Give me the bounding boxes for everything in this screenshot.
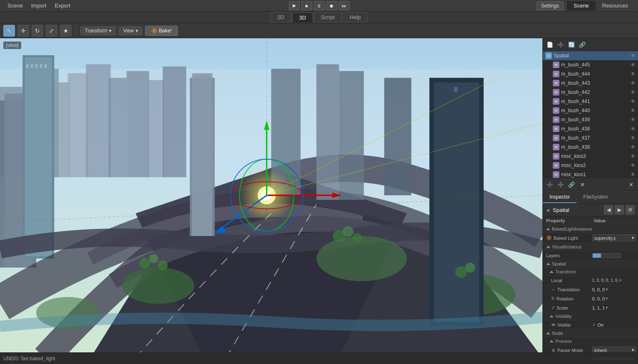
add-node-button[interactable]: ➕ [556,40,565,49]
tree-item-misc_kios1[interactable]: M misc_kios1 👁 [543,170,638,178]
section-visual-instance[interactable]: VisualInstance [543,243,638,251]
settings-button[interactable]: Settings [537,1,564,10]
tree-item-spatial[interactable]: S Spatial 👁 [543,51,638,60]
link-button[interactable]: 🔗 [578,40,587,49]
tab-filesystem[interactable]: FileSystem [576,192,614,203]
pause-button[interactable]: ⏸ [314,1,325,10]
visibility-toggle-10[interactable]: 👁 [631,144,636,150]
section-baked-light-instance[interactable]: BakedLightInstance [543,225,638,233]
menu-export[interactable]: Export [51,1,75,10]
visibility-toggle-5[interactable]: 👁 [631,98,636,104]
m_bush_441-label: m_bush_441 [561,98,629,104]
visibility-toggle-4[interactable]: 👁 [631,89,636,95]
mesh-node-icon-12: M [553,162,559,169]
tab-script[interactable]: Script [314,12,342,22]
tab-resources[interactable]: Resources [596,1,635,10]
prop-value-pause-mode[interactable]: Inherit ▾ [591,345,638,352]
prop-name-scale: ⤢ Scale [543,304,591,312]
tree-item-m_bush_441[interactable]: M m_bush_441 👁 [543,97,638,106]
tab-inspector[interactable]: Inspector [543,192,576,203]
translation-icon: ↔ [551,287,556,292]
view-dropdown[interactable]: View ▾ [118,26,143,35]
refresh-button[interactable]: 🔄 [567,40,576,49]
tree-item-m_bush_436[interactable]: M m_bush_436 👁 [543,143,638,152]
inspector-forward-button[interactable]: ▶ [615,205,624,214]
section-spatial[interactable]: Spatial [543,260,638,268]
delete-button[interactable]: ✕ [578,180,587,189]
instance-button[interactable]: 🔗 [567,180,576,189]
tree-item-misc_kios2[interactable]: M misc_kios2 👁 [543,161,638,170]
tool-rotate[interactable]: ↻ [32,25,43,37]
inspector-back-button[interactable]: ◀ [604,205,613,214]
mesh-node-icon-8: M [553,125,559,132]
tree-item-m_bush_442[interactable]: M m_bush_442 👁 [543,88,638,97]
menu-scene[interactable]: Scene [3,1,27,10]
mesh-node-icon-5: M [553,98,559,105]
svg-rect-15 [25,57,52,256]
prop-value-visible[interactable]: ✓ On [591,321,638,329]
tool-scale[interactable]: ⤢ [46,25,57,37]
svg-rect-34 [466,87,469,92]
tab-scene[interactable]: Scene [567,1,596,10]
new-scene-button[interactable]: 📄 [545,40,554,49]
visibility-toggle-7[interactable]: 👁 [631,117,636,123]
prop-label-translation: Translation [557,287,580,292]
record-button[interactable]: ⏺ [326,1,337,10]
bottom-panel-header: ➕ ➕ 🔗 ✕ ✕ [543,178,638,191]
visibility-toggle-spatial[interactable]: 👁 [631,53,636,59]
visibility-toggle-11[interactable]: 👁 [631,153,636,159]
section-node[interactable]: Node [543,330,638,337]
pause-mode-dropdown[interactable]: Inherit ▾ [592,347,637,352]
section-process[interactable]: Process [543,337,638,345]
visibility-toggle-13[interactable]: 👁 [631,172,636,177]
inspector-settings-button[interactable]: ⚙ [626,205,635,214]
visibility-toggle-12[interactable]: 👁 [631,162,636,168]
skip-button[interactable]: ⏭ [339,1,350,10]
visibility-toggle-8[interactable]: 👁 [631,126,636,132]
tool-select[interactable]: ↖ [3,25,15,37]
section-triangle-baked [546,228,550,230]
section-triangle-process [549,340,554,342]
prop-value-local[interactable]: 1, 0, 0, 0, 1, 0, ▾ [591,276,638,284]
prop-value-scale[interactable]: 1, 1, 1 ▾ [591,304,638,312]
bake-button[interactable]: 🔆 Bake! [145,26,178,36]
tab-2d[interactable]: 2D [270,12,291,22]
section-transform[interactable]: Transform [543,268,638,276]
section-visibility[interactable]: Visibility [543,312,638,320]
play-button[interactable]: ▶ [289,1,300,10]
tab-3d[interactable]: 3D [292,12,313,22]
visibility-toggle-2[interactable]: 👁 [631,71,636,77]
tab-help[interactable]: Help [342,12,368,22]
tree-item-m_bush_438[interactable]: M m_bush_438 👁 [543,124,638,133]
visibility-toggle-6[interactable]: 👁 [631,108,636,113]
stop-button[interactable]: ■ [301,1,312,10]
tree-item-m_bush_440[interactable]: M m_bush_440 👁 [543,106,638,115]
visibility-toggle-1[interactable]: 👁 [631,62,636,68]
menu-import[interactable]: Import [27,1,51,10]
tree-item-m_bush_444[interactable]: M m_bush_444 👁 [543,69,638,79]
baked-light-dropdown[interactable]: supercity.s ▾ [592,234,637,241]
visibility-toggle-3[interactable]: 👁 [631,80,636,86]
prop-value-rotation[interactable]: 0, 0, 0 ▾ [591,295,638,303]
tool-custom[interactable]: ★ [60,25,71,37]
prop-translation: ↔ Translation 0, 0, 0 ▾ [543,285,638,294]
visibility-toggle-9[interactable]: 👁 [631,135,636,141]
prop-name-pause-mode: ⏸ Pause Mode [543,347,591,353]
viewport[interactable]: [view] [0,38,542,352]
add-child-button[interactable]: ➕ [556,180,565,189]
tree-item-misc_kios3[interactable]: M misc_kios3 👁 [543,152,638,161]
top-menu-bar: Scene Import Export ▶ ■ ⏸ ⏺ ⏭ Settings S… [0,0,638,12]
layers-bar[interactable] [592,253,621,258]
prop-value-translation[interactable]: 0, 0, 0 ▾ [591,285,638,293]
transform-dropdown[interactable]: Transform ▾ [80,26,116,35]
add-filter-button[interactable]: ➕ [545,180,554,189]
tool-move[interactable]: ✛ [17,25,29,37]
tree-item-m_bush_443[interactable]: M m_bush_443 👁 [543,79,638,88]
tree-item-m_bush_439[interactable]: M m_bush_439 👁 [543,115,638,124]
prop-value-baked-light[interactable]: supercity.s ▾ [591,233,638,243]
prop-value-layers[interactable] [591,252,638,259]
svg-rect-17 [31,64,33,68]
tree-item-m_bush_437[interactable]: M m_bush_437 👁 [543,133,638,143]
tree-item-m_bush_445[interactable]: M m_bush_445 👁 [543,60,638,69]
close-panel-button[interactable]: ✕ [626,180,636,189]
